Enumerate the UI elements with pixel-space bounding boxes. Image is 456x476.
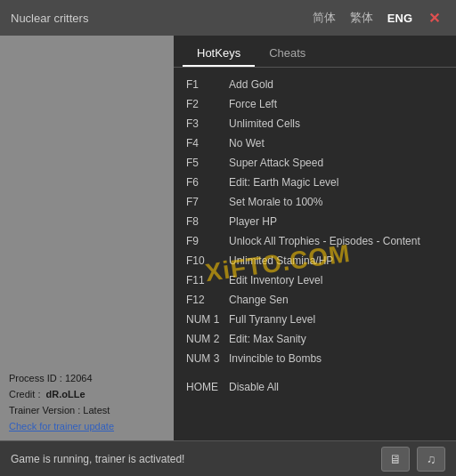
hotkey-item: F1Add Gold xyxy=(186,75,444,94)
hotkey-item: F7Set Morale to 100% xyxy=(186,192,444,212)
hotkey-item: F4No Wet xyxy=(186,133,444,153)
monitor-icon-btn[interactable]: 🖥 xyxy=(381,447,410,472)
main-content: Process ID : 12064 Credit : dR.oLLe Trai… xyxy=(0,36,456,440)
close-button[interactable]: ✕ xyxy=(423,8,445,28)
hotkey-item: F10Unlimited Stamina/HP xyxy=(186,251,444,270)
hotkey-item: F8Player HP xyxy=(186,212,444,231)
hotkey-key: F2 xyxy=(186,96,229,112)
hotkey-item: F12Change Sen xyxy=(186,290,444,310)
lang-traditional-btn[interactable]: 繁体 xyxy=(346,8,377,28)
title-bar: Nuclear critters 简体 繁体 ENG ✕ xyxy=(0,0,456,36)
hotkey-key: F11 xyxy=(186,272,229,288)
hotkey-desc: Edit: Max Sanity xyxy=(229,331,306,347)
hotkey-desc: Full Tyranny Level xyxy=(229,311,315,327)
status-text: Game is running, trainer is activated! xyxy=(11,453,184,465)
trainer-version: Trainer Version : Latest xyxy=(9,405,165,415)
process-id: Process ID : 12064 xyxy=(9,373,165,383)
hotkey-key: NUM 1 xyxy=(186,311,229,327)
hotkey-desc: Set Morale to 100% xyxy=(229,194,322,210)
hotkey-key: F10 xyxy=(186,253,229,269)
hotkey-desc: Edit Inventory Level xyxy=(229,272,322,288)
credit-name: dR.oLLe xyxy=(46,389,86,399)
hotkey-item: F3Unlimited Cells xyxy=(186,114,444,133)
status-icons: 🖥 ♫ xyxy=(381,447,445,472)
sidebar: Process ID : 12064 Credit : dR.oLLe Trai… xyxy=(0,36,174,440)
hotkey-desc: Unlimited Stamina/HP xyxy=(229,253,333,269)
hotkey-key: F8 xyxy=(186,214,229,230)
credit-label: Credit : dR.oLLe xyxy=(9,389,165,399)
hotkey-desc: Add Gold xyxy=(229,77,273,93)
monitor-icon: 🖥 xyxy=(389,452,402,466)
hotkey-desc: Force Left xyxy=(229,96,277,112)
hotkey-desc: Super Attack Speed xyxy=(229,155,323,171)
hotkey-desc: Edit: Earth Magic Level xyxy=(229,174,338,190)
hotkey-key: NUM 2 xyxy=(186,331,229,347)
tabs: HotKeys Cheats xyxy=(174,36,456,68)
lang-eng-btn[interactable]: ENG xyxy=(384,10,416,27)
music-icon-btn[interactable]: ♫ xyxy=(417,447,445,472)
home-hotkey-key: HOME xyxy=(186,379,229,395)
tab-cheats[interactable]: Cheats xyxy=(255,41,320,67)
update-link[interactable]: Check for trainer update xyxy=(9,421,165,432)
app-title: Nuclear critters xyxy=(11,12,88,25)
lang-buttons: 简体 繁体 ENG ✕ xyxy=(309,8,445,28)
right-panel: HotKeys Cheats F1Add GoldF2Force LeftF3U… xyxy=(174,36,456,440)
hotkey-key: F6 xyxy=(186,174,229,190)
hotkeys-list: F1Add GoldF2Force LeftF3Unlimited CellsF… xyxy=(174,68,456,440)
sidebar-info: Process ID : 12064 Credit : dR.oLLe Trai… xyxy=(9,373,165,432)
hotkey-item: NUM 3Invincible to Bombs xyxy=(186,349,444,368)
hotkey-key: F1 xyxy=(186,77,229,93)
hotkey-key: NUM 3 xyxy=(186,351,229,367)
hotkey-item: NUM 2Edit: Max Sanity xyxy=(186,329,444,349)
hotkey-item: F6Edit: Earth Magic Level xyxy=(186,173,444,192)
hotkey-desc: No Wet xyxy=(229,135,265,151)
hotkey-desc: Invincible to Bombs xyxy=(229,351,322,367)
hotkey-key: F7 xyxy=(186,194,229,210)
hotkey-item: F5Super Attack Speed xyxy=(186,153,444,173)
hotkey-key: F5 xyxy=(186,155,229,171)
music-icon: ♫ xyxy=(427,452,436,466)
lang-simplified-btn[interactable]: 简体 xyxy=(309,8,339,28)
credit-label-text: Credit : xyxy=(9,389,40,399)
hotkey-desc: Unlock All Trophies - Episodes - Content xyxy=(229,233,420,249)
hotkey-key: F12 xyxy=(186,292,229,308)
hotkey-key: F4 xyxy=(186,135,229,151)
hotkey-desc: Unlimited Cells xyxy=(229,116,300,132)
home-hotkey-desc: Disable All xyxy=(229,379,279,395)
hotkey-item: F11Edit Inventory Level xyxy=(186,270,444,290)
hotkey-item: F9Unlock All Trophies - Episodes - Conte… xyxy=(186,231,444,251)
hotkey-key: F9 xyxy=(186,233,229,249)
title-bar-left: Nuclear critters xyxy=(11,12,88,25)
hotkey-item: NUM 1Full Tyranny Level xyxy=(186,310,444,329)
status-bar: Game is running, trainer is activated! 🖥… xyxy=(0,440,456,476)
hotkey-desc: Change Sen xyxy=(229,292,289,308)
hotkey-desc: Player HP xyxy=(229,214,277,230)
home-hotkey-item: HOMEDisable All xyxy=(186,377,444,397)
tab-hotkeys[interactable]: HotKeys xyxy=(183,41,255,67)
hotkey-key: F3 xyxy=(186,116,229,132)
hotkey-item: F2Force Left xyxy=(186,94,444,114)
